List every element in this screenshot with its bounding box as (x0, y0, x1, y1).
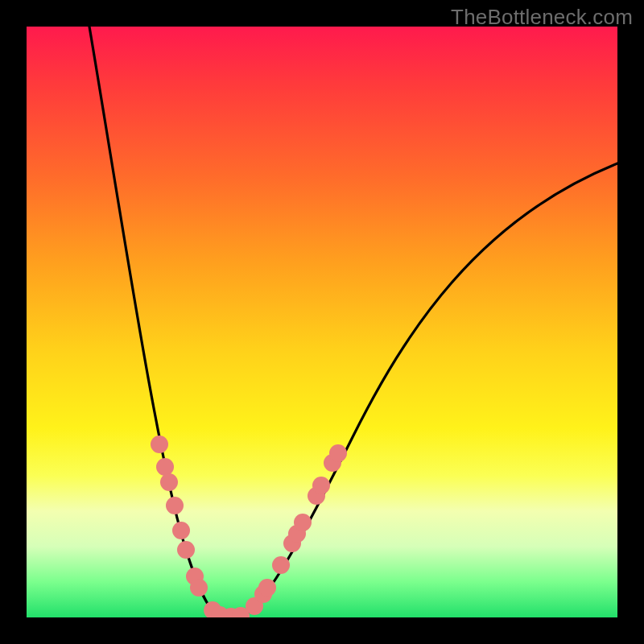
data-marker (294, 514, 312, 531)
data-marker (312, 477, 330, 494)
data-marker (156, 458, 174, 476)
data-marker (190, 579, 208, 597)
plot-area (27, 27, 617, 617)
data-marker (177, 541, 195, 559)
chart-frame: TheBottleneck.com (0, 0, 644, 644)
curve-layer (27, 27, 617, 617)
data-marker (151, 436, 168, 453)
data-marker (160, 473, 178, 491)
data-marker (258, 579, 276, 597)
data-marker (172, 522, 190, 539)
data-marker (272, 556, 290, 574)
marker-group (151, 436, 347, 617)
left-branch-curve (89, 27, 234, 617)
data-marker (166, 497, 184, 514)
data-marker (329, 444, 347, 462)
